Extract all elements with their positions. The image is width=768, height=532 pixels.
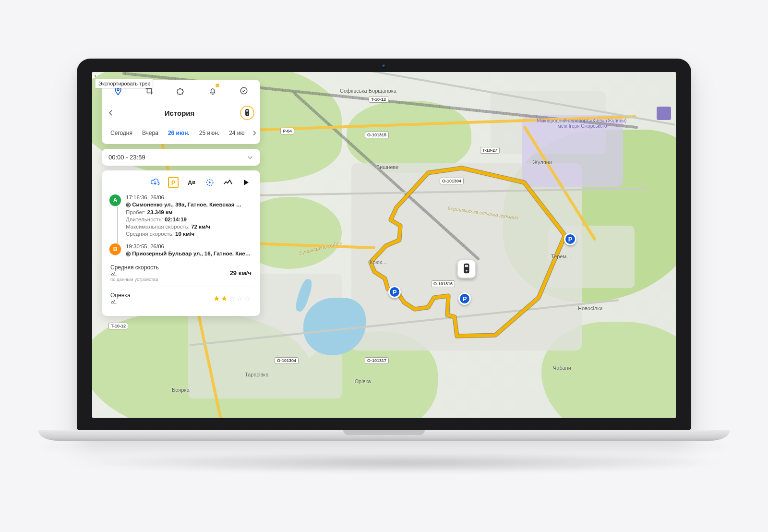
back-button[interactable] — [108, 109, 119, 116]
parking-pin[interactable]: P — [388, 286, 401, 298]
map-label: Софіївська Борщагівка — [340, 88, 396, 94]
svg-point-2 — [466, 270, 468, 272]
cloud-download-icon — [150, 179, 160, 186]
road-shield: T-10-27 — [480, 147, 500, 154]
avg-speed-label: Средняя скорость по данным устройства — [110, 264, 162, 282]
waypoint-b-badge: B — [109, 243, 121, 255]
tool-waypoints-toggle[interactable]: AB — [186, 177, 197, 188]
svg-rect-1 — [465, 265, 468, 267]
map-label: Тарасівка — [245, 372, 269, 377]
tracker-select-button[interactable] — [240, 106, 254, 120]
svg-point-3 — [117, 88, 119, 90]
play-icon — [243, 179, 249, 186]
panel-header-card: История Сегодня Вчера 26 июн. 25 июн. 24… — [102, 80, 260, 144]
avg-speed-value: 29 км/ч — [230, 269, 252, 277]
chevron-down-icon — [247, 154, 253, 161]
date-tab-24jun[interactable]: 24 ию — [226, 128, 247, 138]
road-shield: T-10-12 — [369, 96, 388, 103]
rating-label: Оценка — [110, 292, 133, 304]
road-shield: O-101317 — [365, 357, 389, 364]
waypoint-a-address: ◎ Симоненко ул., 39а, Гатное, Киевская … — [126, 201, 241, 208]
map-airport-label: Міжнародний аеропорт «Київ» (Жуляни) іме… — [534, 118, 630, 129]
tool-parking-toggle[interactable]: P — [168, 177, 179, 188]
parking-pin[interactable]: P — [458, 292, 471, 305]
nav-check-button[interactable] — [235, 84, 252, 98]
time-range-value: 00:00 - 23:59 — [108, 154, 145, 161]
track-card: P AB A — [102, 170, 260, 316]
puzzle-icon — [176, 86, 186, 96]
road-shield: O-101315 — [365, 132, 389, 138]
waypoint-a-badge: A — [109, 194, 121, 206]
waypoint-b[interactable]: B 19:30:55, 26/06 ◎ Приозерный Бульвар у… — [107, 242, 255, 259]
date-tabs: Сегодня Вчера 26 июн. 25 июн. 24 ию — [102, 125, 260, 144]
map-label: Терем… — [551, 254, 572, 259]
time-range-selector[interactable]: 00:00 - 23:59 — [102, 149, 260, 166]
parking-pin-label: P — [393, 289, 397, 296]
chevron-right-icon — [252, 130, 257, 136]
waypoint-a[interactable]: A 17:16:36, 26/06 ◎ Симоненко ул., 39а, … — [107, 193, 255, 239]
screen-bezel: P P P Софіївська Борщагівка Вишневе Крюк… — [77, 59, 691, 430]
laptop-shadow — [77, 452, 730, 473]
road-shield: P-04 — [280, 128, 294, 134]
camera-dot — [382, 64, 386, 68]
tracker-icon — [462, 263, 471, 275]
tool-playback-button[interactable] — [204, 177, 215, 188]
page-title: История — [165, 109, 195, 117]
map-label: Юрівка — [353, 378, 371, 384]
bell-icon — [208, 86, 217, 95]
waypoint-b-time: 19:30:55, 26/06 — [126, 243, 252, 249]
map-label: Чабани — [553, 365, 571, 371]
waypoint-a-time: 17:16:36, 26/06 — [126, 194, 241, 200]
laptop-base — [38, 430, 730, 441]
avg-speed-row[interactable]: Средняя скорость по данным устройства 29… — [107, 259, 255, 287]
chart-icon — [110, 299, 133, 304]
nav-notifications-button[interactable] — [204, 84, 221, 98]
tracker-pin[interactable] — [457, 259, 476, 278]
parking-pin[interactable]: P — [564, 233, 576, 245]
chart-icon — [110, 271, 162, 277]
check-circle-icon — [240, 86, 248, 95]
parking-pin-label: P — [568, 236, 573, 243]
chart-line-icon — [223, 179, 233, 186]
export-track-tooltip: Экспортировать трек — [95, 79, 153, 88]
panel-titlebar: История — [102, 102, 260, 125]
road-shield: O-101316 — [431, 280, 455, 287]
chevron-left-icon — [108, 109, 114, 116]
tool-download-button[interactable] — [150, 177, 160, 188]
tool-play-button[interactable] — [241, 177, 252, 188]
playback-circle-icon — [205, 178, 215, 187]
date-tab-today[interactable]: Сегодня — [108, 128, 135, 138]
rating-row[interactable]: Оценка ★★☆☆☆ — [107, 287, 255, 309]
nav-puzzle-button[interactable] — [172, 84, 190, 98]
road-shield: O-101304 — [275, 357, 299, 364]
map-label: Новосілки — [578, 305, 602, 311]
road-shield: T-10-12 — [108, 323, 128, 329]
map-airport-icon — [657, 107, 671, 120]
app-screen: P P P Софіївська Борщагівка Вишневе Крюк… — [92, 72, 676, 418]
tool-chart-button[interactable] — [223, 177, 233, 188]
parking-pin-label: P — [463, 295, 467, 302]
laptop-frame: P P P Софіївська Борщагівка Вишневе Крюк… — [77, 59, 691, 473]
trip-meta: Пробег: 23.349 км Длительность: 02:14:19… — [126, 209, 241, 237]
notification-dot-icon — [216, 84, 219, 87]
map-label: Крюк… — [370, 259, 387, 265]
date-tab-25jun[interactable]: 25 июн. — [196, 128, 222, 138]
road-shield: O-101304 — [440, 178, 464, 184]
tracker-icon — [244, 109, 250, 117]
date-tab-yesterday[interactable]: Вчера — [139, 128, 161, 138]
date-tab-26jun[interactable]: 26 июн. — [165, 128, 192, 138]
svg-point-4 — [240, 87, 247, 94]
svg-rect-6 — [246, 110, 249, 111]
waypoint-b-address: ◎ Приозерный Бульвар ул., 16, Гатное, Ки… — [126, 250, 252, 257]
side-panel: История Сегодня Вчера 26 июн. 25 июн. 24… — [102, 80, 260, 321]
track-tools: P AB — [107, 174, 255, 193]
dates-next-button[interactable] — [252, 130, 257, 136]
map-label: Боярка — [172, 387, 190, 393]
map-label: Жуляни — [533, 159, 552, 165]
map-label: Вишневе — [376, 164, 398, 170]
svg-point-7 — [247, 113, 248, 115]
rating-stars: ★★☆☆☆ — [213, 294, 252, 303]
